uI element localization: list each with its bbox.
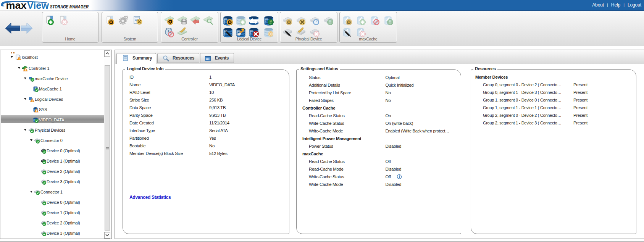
svg-text:STORAGE MANAGER: STORAGE MANAGER [50, 4, 89, 10]
svg-text:max: max [6, 0, 27, 11]
svg-text:View: View [27, 0, 49, 11]
